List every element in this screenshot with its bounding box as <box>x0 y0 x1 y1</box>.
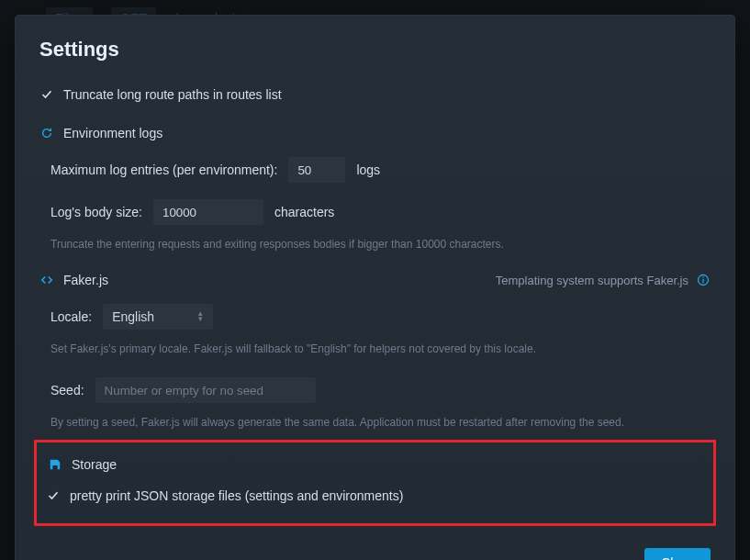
section-storage: Storage <box>48 457 704 472</box>
pretty-print-label: pretty print JSON storage files (setting… <box>70 488 403 503</box>
env-logs-label: Environment logs <box>63 126 162 140</box>
seed-label: Seed: <box>50 383 84 398</box>
locale-label: Locale: <box>50 309 92 324</box>
storage-highlight: Storage pretty print JSON storage files … <box>34 440 716 526</box>
faker-section-label: Faker.js <box>63 273 108 287</box>
body-size-label: Log's body size: <box>50 205 142 219</box>
info-icon[interactable] <box>696 273 711 287</box>
body-size-input[interactable] <box>153 199 263 225</box>
body-size-help: Truncate the entering requests and exiti… <box>50 236 711 252</box>
pretty-print-checkbox[interactable]: pretty print JSON storage files (setting… <box>48 488 704 503</box>
modal-title: Settings <box>39 38 711 62</box>
body-size-suffix: characters <box>274 205 334 219</box>
truncate-routes-checkbox[interactable]: Truncate long route paths in routes list <box>41 87 711 102</box>
seed-input[interactable] <box>95 377 316 403</box>
max-entries-input[interactable] <box>288 157 345 183</box>
refresh-icon <box>39 126 54 140</box>
check-icon <box>48 490 59 501</box>
save-icon <box>48 457 62 472</box>
seed-help: By setting a seed, Faker.js will always … <box>50 414 711 431</box>
section-environment-logs: Environment logs <box>39 126 711 140</box>
locale-value: English <box>112 309 154 324</box>
settings-modal: Settings Truncate long route paths in ro… <box>15 15 735 560</box>
code-icon <box>39 273 54 287</box>
locale-help: Set Faker.js's primary locale. Faker.js … <box>50 341 711 357</box>
locale-select[interactable]: English ▲▼ <box>103 304 213 330</box>
select-carets-icon: ▲▼ <box>196 311 204 322</box>
max-entries-label: Maximum log entries (per environment): <box>50 162 277 177</box>
truncate-routes-label: Truncate long route paths in routes list <box>63 87 282 102</box>
faker-supports-text: Templating system supports Faker.js <box>496 274 688 287</box>
check-icon <box>41 89 52 100</box>
close-button[interactable]: Close <box>644 548 711 560</box>
storage-section-label: Storage <box>72 457 117 472</box>
max-entries-suffix: logs <box>356 162 380 177</box>
